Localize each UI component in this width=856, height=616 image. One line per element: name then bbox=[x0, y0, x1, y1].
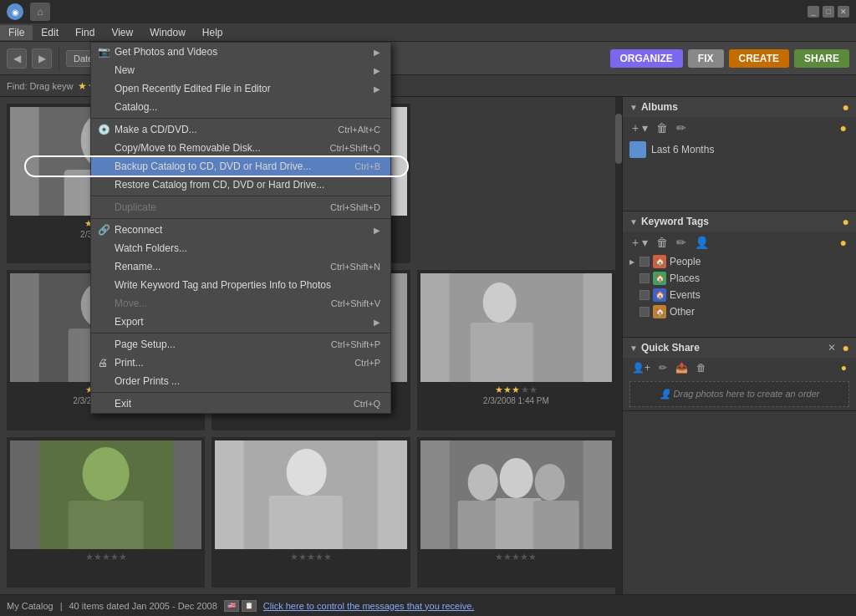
menu-make-cd[interactable]: 💿 Make a CD/DVD... Ctrl+Alt+C bbox=[91, 120, 390, 139]
menu-window[interactable]: Window bbox=[141, 25, 194, 40]
tab-fix[interactable]: FIX bbox=[688, 49, 724, 68]
star-1[interactable]: ★ bbox=[78, 80, 87, 92]
qs-info-button[interactable]: ● bbox=[838, 361, 849, 374]
menu-file[interactable]: File bbox=[0, 25, 33, 40]
export-arrow: ▶ bbox=[374, 318, 380, 327]
keyword-person-button[interactable]: 👤 bbox=[692, 235, 711, 250]
menu-new[interactable]: New ▶ bbox=[91, 61, 390, 79]
reconnect-arrow: ▶ bbox=[374, 226, 380, 235]
qs-add-person-button[interactable]: 👤+ bbox=[629, 361, 653, 374]
menu-order-prints[interactable]: Order Prints ... bbox=[91, 372, 390, 390]
svg-point-18 bbox=[83, 447, 130, 501]
photo-thumb-5 bbox=[420, 273, 612, 382]
albums-info-button[interactable]: ● bbox=[838, 120, 849, 135]
keyword-events-item[interactable]: ▶ 🏠 Events bbox=[623, 287, 856, 303]
menu-get-photos[interactable]: 📷 Get Photos and Videos ▶ bbox=[91, 43, 390, 61]
app-icon: ◉ bbox=[7, 3, 23, 20]
albums-add-button[interactable]: + ▾ bbox=[629, 120, 650, 135]
duplicate-shortcut: Ctrl+Shift+D bbox=[330, 202, 380, 212]
quick-share-close-button[interactable]: ✕ bbox=[828, 342, 836, 354]
menu-open-recently[interactable]: Open Recently Edited File in Editor ▶ bbox=[91, 79, 390, 98]
photo-thumb-7 bbox=[215, 440, 406, 549]
keyword-places-label: Places bbox=[670, 272, 700, 284]
photo-cell-8[interactable]: ★★★★★ bbox=[417, 437, 615, 588]
menu-print[interactable]: 🖨 Print... Ctrl+P bbox=[91, 354, 390, 372]
album-item-last6months[interactable]: Last 6 Months bbox=[623, 139, 856, 160]
keyword-edit-button[interactable]: ✏ bbox=[674, 235, 689, 250]
print-icon: 🖨 bbox=[98, 357, 108, 369]
qs-delete-button[interactable]: 🗑 bbox=[694, 361, 709, 374]
keyword-add-button[interactable]: + ▾ bbox=[629, 235, 650, 250]
minimize-button[interactable]: _ bbox=[808, 6, 819, 18]
menu-backup-catalog[interactable]: Backup Catalog to CD, DVD or Hard Drive.… bbox=[91, 157, 390, 176]
menu-watch-folders[interactable]: Watch Folders... bbox=[91, 239, 390, 257]
tab-share[interactable]: SHARE bbox=[794, 49, 849, 68]
quick-share-section: ▼ Quick Share ✕ ● 👤+ ✏ 📤 🗑 ● 👤 Drag phot… bbox=[623, 338, 856, 411]
keyword-info-button[interactable]: ● bbox=[838, 235, 849, 250]
page-setup-shortcut: Ctrl+Shift+P bbox=[331, 339, 380, 349]
menu-find[interactable]: Find bbox=[67, 25, 103, 40]
menu-export[interactable]: Export ▶ bbox=[91, 313, 390, 331]
keyword-events-checkbox[interactable] bbox=[639, 290, 650, 300]
quick-share-header[interactable]: ▼ Quick Share ✕ ● bbox=[623, 338, 856, 358]
keyword-tags-arrow-icon: ▼ bbox=[629, 217, 638, 227]
menu-page-setup[interactable]: Page Setup... Ctrl+Shift+P bbox=[91, 335, 390, 354]
scrollbar-track[interactable] bbox=[615, 97, 622, 594]
menu-edit[interactable]: Edit bbox=[33, 25, 67, 40]
keyword-other-item[interactable]: ▶ 🏠 Other bbox=[623, 303, 856, 320]
quick-share-arrow-icon: ▼ bbox=[629, 344, 638, 353]
open-recently-arrow: ▶ bbox=[374, 84, 380, 94]
keyword-people-checkbox[interactable] bbox=[639, 257, 650, 267]
rename-label: Rename... bbox=[115, 261, 160, 272]
nav-forward-button[interactable]: ▶ bbox=[32, 48, 52, 69]
qs-share-button[interactable]: 📤 bbox=[673, 361, 690, 374]
status-message[interactable]: Click here to control the messages that … bbox=[263, 601, 475, 611]
quick-share-info-icon: ● bbox=[843, 341, 849, 354]
svg-rect-29 bbox=[532, 501, 578, 549]
menu-sep-4 bbox=[91, 333, 390, 333]
menu-rename[interactable]: Rename... Ctrl+Shift+N bbox=[91, 257, 390, 276]
menu-catalog[interactable]: Catalog... bbox=[91, 98, 390, 116]
tab-create[interactable]: CREATE bbox=[729, 49, 789, 68]
scrollbar-thumb[interactable] bbox=[615, 114, 622, 164]
menu-reconnect[interactable]: 🔗 Reconnect ▶ bbox=[91, 221, 390, 239]
keyword-other-checkbox[interactable] bbox=[639, 307, 650, 317]
open-recently-label: Open Recently Edited File in Editor bbox=[115, 83, 271, 94]
menu-restore-catalog[interactable]: Restore Catalog from CD, DVD or Hard Dri… bbox=[91, 176, 390, 194]
keyword-tags-info-icon: ● bbox=[843, 215, 849, 228]
reconnect-icon: 🔗 bbox=[98, 224, 110, 236]
keyword-delete-button[interactable]: 🗑 bbox=[654, 235, 670, 250]
backup-catalog-label: Backup Catalog to CD, DVD or Hard Drive.… bbox=[115, 160, 311, 172]
make-cd-shortcut: Ctrl+Alt+C bbox=[338, 125, 380, 135]
albums-header[interactable]: ▼ Albums ● bbox=[623, 97, 856, 117]
keyword-places-checkbox[interactable] bbox=[639, 273, 650, 283]
menu-exit[interactable]: Exit Ctrl+Q bbox=[91, 395, 390, 413]
qs-edit-button[interactable]: ✏ bbox=[656, 361, 670, 374]
close-button[interactable]: ✕ bbox=[838, 6, 849, 18]
photo-cell-7[interactable]: ★★★★★ bbox=[211, 437, 410, 588]
menu-write-keyword[interactable]: Write Keyword Tag and Properties Info to… bbox=[91, 276, 390, 294]
keyword-places-item[interactable]: ▶ 🏠 Places bbox=[623, 270, 856, 287]
photo-cell-6[interactable]: ★★★★★ bbox=[7, 437, 205, 588]
albums-delete-button[interactable]: 🗑 bbox=[654, 120, 670, 135]
menu-copy-move[interactable]: Copy/Move to Removable Disk... Ctrl+Shif… bbox=[91, 139, 390, 157]
home-button[interactable]: ⌂ bbox=[30, 3, 50, 21]
menu-view[interactable]: View bbox=[103, 25, 141, 40]
new-arrow: ▶ bbox=[374, 66, 380, 75]
keyword-tags-header[interactable]: ▼ Keyword Tags ● bbox=[623, 211, 856, 232]
tab-organize[interactable]: ORGANIZE bbox=[610, 49, 683, 68]
rename-shortcut: Ctrl+Shift+N bbox=[330, 262, 380, 272]
albums-edit-button[interactable]: ✏ bbox=[674, 120, 689, 135]
albums-info-icon: ● bbox=[843, 100, 849, 114]
exit-shortcut: Ctrl+Q bbox=[354, 399, 380, 409]
keyword-people-item[interactable]: ▶ 🏠 People bbox=[623, 253, 856, 270]
nav-back-button[interactable]: ◀ bbox=[7, 48, 27, 69]
write-keyword-label: Write Keyword Tag and Properties Info to… bbox=[115, 279, 331, 291]
keyword-places-icon: 🏠 bbox=[653, 272, 666, 285]
restore-button[interactable]: □ bbox=[823, 6, 834, 18]
copy-move-shortcut: Ctrl+Shift+Q bbox=[329, 143, 380, 153]
photo-cell-5[interactable]: ★★★★★ 2/3/2008 1:44 PM bbox=[417, 270, 615, 430]
album-icon-last6months bbox=[629, 141, 646, 158]
menu-help[interactable]: Help bbox=[194, 25, 232, 40]
flag-alt: 📋 bbox=[242, 600, 257, 612]
